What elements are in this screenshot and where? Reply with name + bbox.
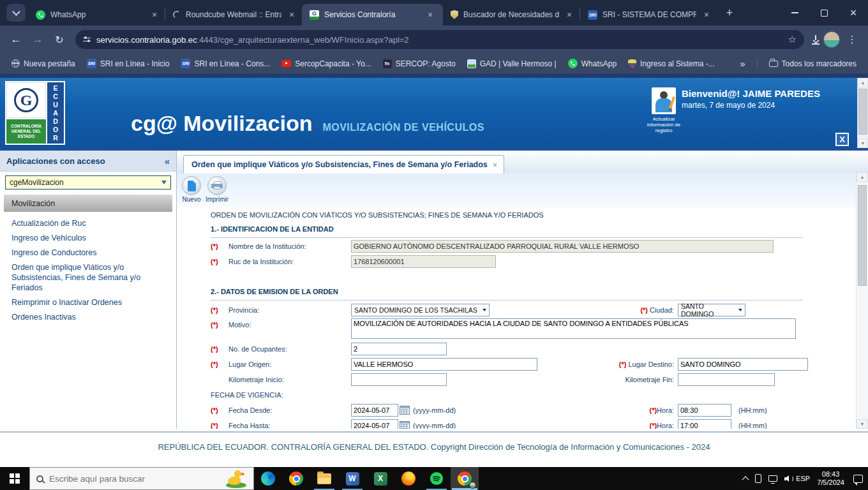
site-info-icon[interactable]	[83, 36, 91, 43]
bookmark-sercopcapacita[interactable]: SercopCapacita - Yo...	[276, 57, 376, 70]
new-tab-button[interactable]	[721, 4, 738, 22]
ciudad-select[interactable]: SANTO DOMINGO	[678, 304, 745, 316]
motivo-textarea[interactable]: MOVILIZACIÓN DE AUTORIDADES HACIA LA CIU…	[351, 318, 796, 339]
profile-avatar[interactable]	[823, 31, 840, 48]
language-indicator[interactable]: ESP	[796, 475, 810, 482]
update-registry-button[interactable]: Actualizar información de registro	[645, 87, 683, 133]
sri-icon	[181, 59, 190, 68]
close-icon[interactable]	[564, 10, 574, 20]
nuevo-button[interactable]: Nuevo	[179, 176, 204, 203]
url-bar[interactable]: servicios.contraloria.gob.ec:4443/cge_ar…	[75, 30, 804, 49]
tab-servicios-contraloria[interactable]: Servicios Contraloría	[302, 4, 443, 26]
volume-icon[interactable]	[784, 475, 789, 482]
bookmark-whatsapp[interactable]: WhatsApp	[563, 57, 622, 70]
tab-roundcube[interactable]: Roundcube Webmail :: Entra	[165, 4, 302, 26]
scrollbar-thumb[interactable]	[858, 89, 867, 135]
sidebar-item-ingreso-conductores[interactable]: Ingreso de Conductores	[0, 248, 176, 258]
km-fin-label: Kilometraje Fin:	[625, 376, 674, 383]
calendar-icon[interactable]	[400, 421, 410, 429]
forward-button[interactable]	[28, 30, 47, 49]
close-icon[interactable]	[493, 160, 498, 170]
taskbar-word[interactable]: W	[338, 467, 366, 490]
taskbar-spotify[interactable]	[423, 467, 451, 490]
device-icon[interactable]	[755, 474, 761, 483]
tab-search-button[interactable]	[6, 4, 26, 22]
motivo-label: Motivo:	[228, 321, 351, 329]
tab-whatsapp[interactable]: WhatsApp	[28, 4, 165, 26]
form-row-provincia: (*) Provincia: SANTO DOMINGO DE LOS TSAC…	[211, 303, 822, 317]
close-icon[interactable]	[701, 10, 712, 20]
header-scrollbar[interactable]	[857, 78, 868, 148]
taskbar-search[interactable]	[29, 467, 254, 490]
scrollbar-thumb[interactable]	[858, 185, 867, 286]
maximize-button[interactable]	[809, 0, 839, 26]
sidebar-item-ordenes-inactivas[interactable]: Ordenes Inactivas	[0, 312, 176, 322]
imprimir-button[interactable]: Imprimir	[205, 176, 229, 203]
bookmark-nueva-pestana[interactable]: Nueva pestaña	[6, 57, 80, 70]
sidebar-item-reimprimir-inactivar[interactable]: Reimprimir o Inactivar Ordenes	[0, 297, 176, 308]
nombre-input[interactable]	[351, 240, 774, 253]
clock[interactable]: 08:43 7/5/2024	[817, 470, 844, 487]
hora-hasta-input[interactable]	[678, 419, 731, 429]
scroll-down-icon[interactable]	[857, 419, 868, 429]
logout-close-button[interactable]: X	[835, 133, 849, 146]
hora-desde-input[interactable]	[678, 404, 731, 417]
fecha-desde-input[interactable]	[351, 404, 398, 417]
sidebar-item-orden-viaticos[interactable]: Orden que implique Viáticos y/o Subsiste…	[0, 262, 176, 293]
tab-sri[interactable]: SRI - SISTEMA DE COMPROB	[580, 4, 717, 26]
sidebar-group-movilizacion[interactable]: Movilización	[4, 195, 172, 212]
taskbar-apps: W X	[254, 467, 479, 490]
taskbar-excel[interactable]: X	[366, 467, 394, 490]
scroll-down-icon[interactable]	[858, 138, 868, 148]
ocupantes-input[interactable]	[351, 343, 447, 355]
sidebar-item-ingreso-vehiculos[interactable]: Ingreso de Vehículos	[0, 233, 176, 243]
required-mark: (*)	[211, 306, 228, 314]
km-inicio-input[interactable]	[351, 373, 447, 386]
chrome-icon	[289, 471, 303, 486]
content-scrollbar[interactable]	[856, 172, 868, 429]
collapse-sidebar-icon[interactable]	[165, 156, 170, 167]
all-bookmarks-button[interactable]: Todos los marcadores	[764, 57, 862, 70]
close-icon[interactable]	[425, 10, 435, 20]
downloads-icon[interactable]	[811, 34, 821, 45]
back-button[interactable]	[6, 30, 26, 49]
start-button[interactable]	[0, 467, 29, 490]
network-icon[interactable]	[768, 475, 777, 482]
sidebar-item-actualizacion-ruc[interactable]: Actualización de Ruc	[0, 218, 176, 228]
application-select[interactable]: cgeMovilizacion	[5, 175, 171, 189]
bookmark-sri-consultas[interactable]: SRI en Línea - Cons...	[176, 57, 275, 70]
taskbar-chrome[interactable]	[282, 467, 310, 490]
taskbar-file-explorer[interactable]	[310, 467, 338, 490]
file-explorer-icon	[317, 473, 331, 484]
close-icon[interactable]	[149, 10, 160, 20]
document-tab[interactable]: Orden que implique Viáticos y/o Subsiste…	[183, 155, 504, 174]
calendar-icon[interactable]	[400, 406, 410, 415]
close-icon[interactable]	[287, 10, 297, 20]
ruc-input[interactable]	[351, 255, 496, 268]
minimize-button[interactable]	[780, 0, 809, 26]
bookmark-sercop-agosto[interactable]: SERCOP: Agosto	[378, 57, 461, 70]
bookmark-ingreso-sistema[interactable]: Ingreso al Sistema -...	[623, 57, 720, 70]
bookmarks-overflow-icon[interactable]	[735, 58, 750, 69]
scroll-up-icon[interactable]	[857, 172, 868, 182]
taskbar-chrome-active[interactable]	[451, 467, 479, 490]
browser-menu-icon[interactable]	[842, 30, 862, 49]
tab-buscador[interactable]: Buscador de Necesidades de	[443, 4, 580, 26]
scroll-up-icon[interactable]	[858, 78, 868, 87]
fecha-hasta-input[interactable]	[351, 419, 398, 429]
close-window-button[interactable]	[839, 0, 868, 26]
search-input[interactable]	[49, 474, 220, 484]
application-select-value: cgeMovilizacion	[10, 178, 64, 187]
notification-center-icon[interactable]	[853, 475, 863, 483]
km-fin-input[interactable]	[678, 373, 775, 386]
taskbar-edge[interactable]	[254, 467, 282, 490]
reload-button[interactable]	[50, 30, 69, 49]
destino-input[interactable]	[678, 358, 808, 371]
bookmark-gad-valle-hermoso[interactable]: GAD | Valle Hermoso |	[462, 57, 562, 70]
taskbar-firefox[interactable]	[394, 467, 423, 490]
tray-expand-icon[interactable]	[742, 476, 749, 483]
bookmark-label: WhatsApp	[581, 59, 617, 68]
bookmark-sri-inicio[interactable]: SRI en Línea - Inicio	[82, 57, 175, 70]
sidebar: Aplicaciones con acceso cgeMovilizacion …	[0, 151, 177, 429]
bookmark-star-icon[interactable]	[788, 34, 797, 45]
